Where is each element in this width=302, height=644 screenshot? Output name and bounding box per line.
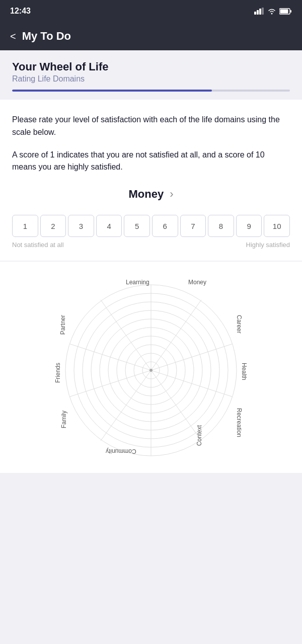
wheel-label-context: Context (196, 425, 203, 446)
header-title: My To Do (22, 30, 71, 43)
svg-rect-1 (257, 10, 259, 15)
svg-point-28 (149, 369, 153, 372)
domain-row: Money › (12, 188, 290, 201)
wheel-label-family: Family (60, 411, 67, 428)
section-header: Your Wheel of Life Rating Life Domains (0, 50, 302, 84)
scale-btn-4[interactable]: 4 (96, 215, 122, 237)
svg-line-27 (151, 300, 201, 370)
svg-line-23 (101, 370, 151, 441)
svg-rect-0 (254, 12, 256, 15)
progress-fill (12, 90, 212, 92)
wheel-label-money: Money (188, 279, 206, 286)
scale-labels: Not satisfied at all Highly satisfied (12, 241, 290, 249)
app-header: < My To Do (0, 22, 302, 50)
back-button[interactable]: < (10, 31, 16, 42)
scale-btn-9[interactable]: 9 (236, 215, 262, 237)
scale-btn-7[interactable]: 7 (180, 215, 206, 237)
not-satisfied-label: Not satisfied at all (12, 241, 64, 249)
description-2: A score of 1 indicates that you are not … (12, 149, 290, 174)
wifi-icon (267, 8, 276, 15)
scale-row: 12345678910 (12, 215, 290, 237)
status-bar: 12:43 (0, 0, 302, 22)
signal-icon (254, 8, 264, 15)
status-icons (254, 8, 292, 15)
progress-container (0, 84, 302, 100)
wheel-label-community: Community (106, 448, 136, 455)
scale-btn-2[interactable]: 2 (40, 215, 66, 237)
page-subtitle: Rating Life Domains (12, 74, 290, 84)
svg-rect-2 (259, 9, 261, 15)
wheel-wrapper: Learning Money Career Health Recreation … (55, 270, 247, 461)
scale-btn-6[interactable]: 6 (152, 215, 178, 237)
scale-btn-5[interactable]: 5 (124, 215, 150, 237)
svg-line-21 (151, 370, 201, 441)
main-card: Please rate your level of satisfaction w… (0, 100, 302, 261)
wheel-chart (55, 270, 247, 461)
svg-line-26 (101, 300, 151, 370)
scale-btn-10[interactable]: 10 (264, 215, 290, 237)
domain-name: Money (128, 188, 164, 201)
highly-satisfied-label: Highly satisfied (246, 241, 290, 249)
scale-btn-8[interactable]: 8 (208, 215, 234, 237)
scale-btn-3[interactable]: 3 (68, 215, 94, 237)
status-time: 12:43 (10, 7, 31, 16)
battery-icon (279, 8, 292, 15)
wheel-label-career: Career (236, 315, 243, 334)
domain-next-arrow[interactable]: › (170, 188, 173, 201)
wheel-label-partner: Partner (59, 315, 66, 335)
svg-rect-7 (280, 9, 288, 13)
wheel-section: Learning Money Career Health Recreation … (0, 262, 302, 473)
wheel-label-health: Health (241, 363, 248, 380)
wheel-label-learning: Learning (126, 279, 149, 286)
wheel-label-friends: Friends (54, 363, 61, 383)
progress-track (12, 90, 290, 92)
svg-point-4 (271, 13, 273, 15)
description-1: Please rate your level of satisfaction w… (12, 114, 290, 139)
wheel-label-recreation: Recreation (236, 408, 243, 437)
svg-rect-3 (262, 8, 264, 15)
svg-rect-6 (290, 10, 291, 13)
page-title: Your Wheel of Life (12, 60, 290, 73)
scale-btn-1[interactable]: 1 (12, 215, 38, 237)
